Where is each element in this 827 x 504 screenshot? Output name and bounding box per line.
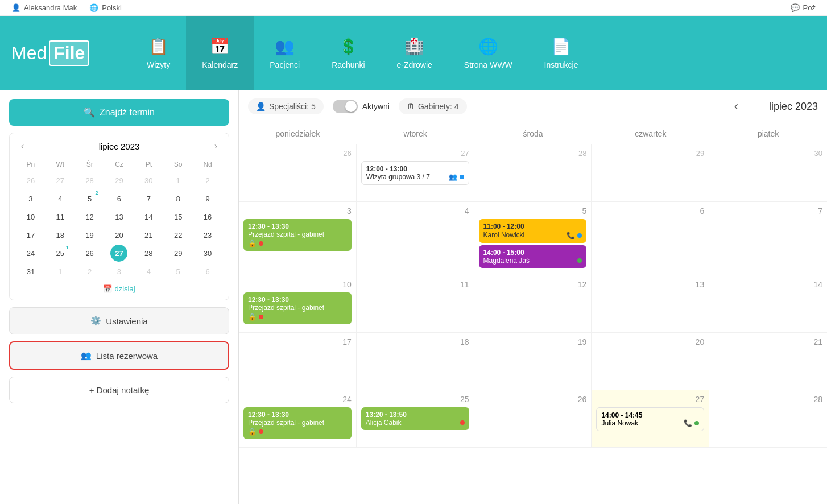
- mini-day[interactable]: 8: [169, 190, 187, 207]
- mini-day[interactable]: 18: [52, 226, 69, 243]
- event-julia-nowak[interactable]: 14:00 - 14:45 Julia Nowak 📞: [596, 407, 704, 431]
- event-karol-nowicki[interactable]: 11:00 - 12:00 Karol Nowicki 📞: [479, 219, 587, 243]
- mini-day[interactable]: 3: [22, 190, 39, 207]
- mini-day[interactable]: 24: [22, 245, 39, 262]
- event-przejazd-1[interactable]: 12:30 - 13:30 Przejazd szpital - gabinet…: [243, 219, 352, 251]
- event-time: 12:00 - 13:00: [366, 165, 407, 173]
- day-cell-19-07[interactable]: 19: [474, 333, 592, 390]
- mini-day[interactable]: 15: [169, 208, 187, 225]
- mini-day[interactable]: 11: [52, 208, 69, 225]
- day-cell-26-07[interactable]: 26: [474, 390, 592, 447]
- day-cell-21-07[interactable]: 21: [709, 333, 827, 390]
- day-cell-05-07[interactable]: 5 11:00 - 12:00 Karol Nowicki 📞 14:00 -: [474, 202, 592, 275]
- mini-day[interactable]: 26: [22, 172, 39, 189]
- mini-day[interactable]: 3: [110, 263, 127, 280]
- mini-day[interactable]: 10: [22, 208, 39, 225]
- nav-wizyty[interactable]: 📋 Wizyty: [131, 16, 186, 90]
- day-cell-12-07[interactable]: 12: [474, 275, 592, 332]
- mini-day-today[interactable]: 27: [110, 245, 127, 262]
- day-cell-17-07[interactable]: 17: [239, 333, 357, 390]
- event-alicja-cabik[interactable]: 13:20 - 13:50 Alicja Cabik: [361, 407, 469, 430]
- lista-rezerwowa-button[interactable]: 👥 Lista rezerwowa: [9, 341, 229, 370]
- day-cell-20-07[interactable]: 20: [592, 333, 709, 390]
- day-cell-07-07[interactable]: 7: [709, 202, 827, 275]
- day-number: 25: [361, 395, 469, 404]
- day-cell-28-06[interactable]: 28: [474, 144, 592, 201]
- day-cell-25-07[interactable]: 25 13:20 - 13:50 Alicja Cabik: [357, 390, 474, 447]
- calendar-main: 👤 Specjaliści: 5 Aktywni 🗓 Gabinety: 4 ‹…: [239, 90, 827, 504]
- settings-button[interactable]: ⚙️ Ustawienia: [9, 307, 229, 334]
- mini-day[interactable]: 23: [199, 226, 216, 243]
- day-cell-27-06[interactable]: 27 12:00 - 13:00 Wizyta grupowa 3 / 7 👥: [357, 144, 474, 201]
- day-cell-03-07[interactable]: 3 12:30 - 13:30 Przejazd szpital - gabin…: [239, 202, 357, 275]
- mini-day[interactable]: 27: [52, 172, 69, 189]
- nav-pacjenci[interactable]: 👥 Pacjenci: [254, 16, 316, 90]
- nav-rachunki[interactable]: 💲 Rachunki: [316, 16, 381, 90]
- day-cell-14-07[interactable]: 14: [709, 275, 827, 332]
- day-number: 10: [243, 280, 352, 289]
- mini-day[interactable]: 17: [22, 226, 39, 243]
- day-cell-28-07[interactable]: 28: [709, 390, 827, 447]
- mini-day[interactable]: 20: [110, 226, 127, 243]
- mini-day[interactable]: 19: [81, 226, 98, 243]
- nav-kalendarz[interactable]: 📅 Kalendarz: [186, 16, 254, 90]
- nav-strona-www[interactable]: 🌐 Strona WWW: [448, 16, 528, 90]
- day-cell-26-06[interactable]: 26: [239, 144, 357, 201]
- mini-day[interactable]: 28: [81, 172, 98, 189]
- mini-day[interactable]: 5: [169, 263, 187, 280]
- mini-day[interactable]: 7: [140, 190, 157, 207]
- mini-day[interactable]: 29: [110, 172, 127, 189]
- mini-day[interactable]: 26: [81, 245, 98, 262]
- day-cell-10-07[interactable]: 10 12:30 - 13:30 Przejazd szpital - gabi…: [239, 275, 357, 332]
- event-magdalena-jas[interactable]: 14:00 - 15:00 Magdalena Jaś: [479, 245, 587, 268]
- mini-day[interactable]: 2: [81, 263, 98, 280]
- mini-day[interactable]: 1: [169, 172, 187, 189]
- mini-day[interactable]: 4: [52, 190, 69, 207]
- day-cell-06-07[interactable]: 6: [592, 202, 709, 275]
- mini-day[interactable]: 29: [169, 245, 187, 262]
- event-przejazd-3[interactable]: 12:30 - 13:30 Przejazd szpital - gabinet…: [243, 407, 352, 439]
- day-cell-27-07[interactable]: 27 14:00 - 14:45 Julia Nowak 📞: [592, 390, 709, 447]
- mini-day[interactable]: 6: [110, 190, 127, 207]
- mini-day[interactable]: 13: [110, 208, 127, 225]
- mini-day[interactable]: 14: [140, 208, 157, 225]
- mini-cal-next[interactable]: ›: [210, 140, 222, 152]
- mini-day[interactable]: 4: [140, 263, 157, 280]
- mini-day[interactable]: 251: [52, 245, 69, 262]
- event-title: Alicja Cabik: [366, 419, 402, 427]
- add-note-button[interactable]: + Dodaj notatkę: [9, 377, 229, 403]
- day-cell-29-06[interactable]: 29: [592, 144, 709, 201]
- search-icon: 🔍: [84, 107, 95, 118]
- mini-day[interactable]: 31: [22, 263, 39, 280]
- mini-day[interactable]: 6: [199, 263, 216, 280]
- event-przejazd-2[interactable]: 12:30 - 13:30 Przejazd szpital - gabinet…: [243, 292, 352, 324]
- mini-cal-prev[interactable]: ‹: [16, 140, 28, 152]
- day-cell-18-07[interactable]: 18: [357, 333, 474, 390]
- day-cell-04-07[interactable]: 4: [357, 202, 474, 275]
- wizyty-icon: 📋: [148, 37, 168, 56]
- day-cell-11-07[interactable]: 11: [357, 275, 474, 332]
- mini-day[interactable]: 22: [169, 226, 187, 243]
- nav-instrukcje[interactable]: 📄 Instrukcje: [528, 16, 594, 90]
- add-note-label: + Dodaj notatkę: [89, 385, 150, 395]
- mini-day[interactable]: 28: [140, 245, 157, 262]
- event-wizyta-grupowa[interactable]: 12:00 - 13:00 Wizyta grupowa 3 / 7 👥: [361, 161, 469, 185]
- nav-e-zdrowie[interactable]: 🏥 e-Zdrowie: [381, 16, 448, 90]
- aktywni-toggle[interactable]: [333, 100, 358, 113]
- mini-day[interactable]: 2: [199, 172, 216, 189]
- day-cell-30-06[interactable]: 30: [709, 144, 827, 201]
- mini-day[interactable]: 30: [140, 172, 157, 189]
- cal-prev-button[interactable]: ‹: [730, 97, 743, 116]
- mini-day[interactable]: 12: [81, 208, 98, 225]
- mini-day[interactable]: 1: [52, 263, 69, 280]
- mini-day[interactable]: 30: [199, 245, 216, 262]
- event-time: 12:30 - 13:30: [248, 296, 347, 304]
- day-cell-13-07[interactable]: 13: [592, 275, 709, 332]
- day-cell-24-07[interactable]: 24 12:30 - 13:30 Przejazd szpital - gabi…: [239, 390, 357, 447]
- mini-day[interactable]: 21: [140, 226, 157, 243]
- mini-day[interactable]: 16: [199, 208, 216, 225]
- today-link[interactable]: 📅 dzisiaj: [16, 284, 222, 293]
- find-term-button[interactable]: 🔍 Znajdź termin: [9, 99, 229, 126]
- mini-day[interactable]: 52: [81, 190, 98, 207]
- mini-day[interactable]: 9: [199, 190, 216, 207]
